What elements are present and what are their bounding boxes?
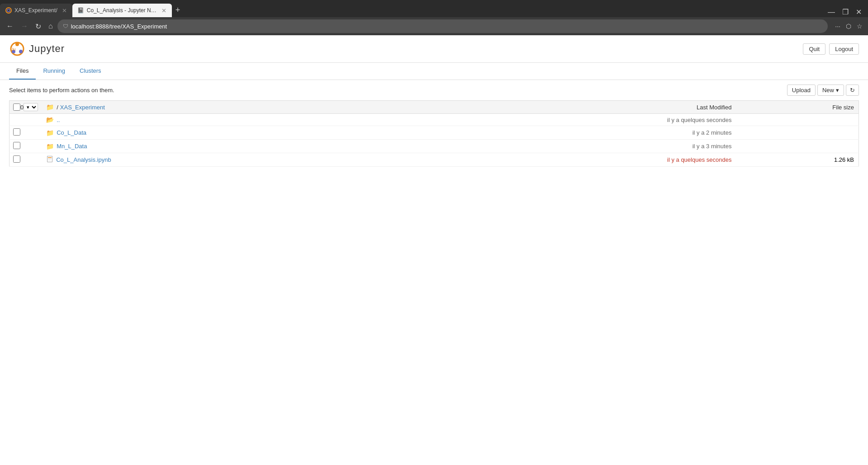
- navigation-bar: ← → ↻ ⌂ 🛡 ··· ⬡ ☆: [0, 17, 868, 35]
- co-analysis-link[interactable]: Co_L_Analysis.ipynb: [56, 156, 111, 163]
- parent-size-cell: [736, 114, 859, 126]
- file-table: 0 ▾ 📁 / XAS_Experiment Last: [9, 100, 859, 167]
- select-all-header: 0 ▾: [9, 101, 42, 114]
- table-row: 📁 Co_L_Data il y a 2 minutes: [9, 126, 859, 140]
- parent-name-cell: 📂 ..: [42, 114, 531, 126]
- tab-files[interactable]: Files: [9, 63, 36, 80]
- forward-button[interactable]: →: [18, 20, 31, 32]
- tab-clusters[interactable]: Clusters: [72, 63, 109, 80]
- mn-l-data-link[interactable]: Mn_L_Data: [57, 143, 87, 150]
- select-all-checkbox[interactable]: [13, 103, 20, 111]
- tab2-close[interactable]: ✕: [161, 7, 166, 14]
- tab2-favicon: 📓: [78, 7, 84, 14]
- jupyter-logo-svg: Ju: [9, 41, 25, 57]
- table-row: 📁 Mn_L_Data il y a 3 minutes: [9, 140, 859, 153]
- security-icon: 🛡: [63, 23, 68, 29]
- svg-point-1: [7, 9, 10, 12]
- window-controls: — ❐ ✕: [825, 7, 868, 17]
- reload-button[interactable]: ↻: [33, 20, 44, 33]
- new-tab-button[interactable]: +: [172, 5, 184, 15]
- parent-checkbox-cell: [9, 114, 42, 126]
- select-dropdown[interactable]: ▾: [24, 103, 38, 111]
- tab-bar: XAS_Experiment/ ✕ 📓 Co_L_Analysis - Jupy…: [0, 0, 868, 17]
- mn-l-data-size-cell: [736, 140, 859, 153]
- jupyter-logo-text: Jupyter: [29, 43, 65, 55]
- co-analysis-modified-cell: il y a quelques secondes: [532, 153, 736, 167]
- co-l-data-size-cell: [736, 126, 859, 140]
- more-options-icon[interactable]: ···: [833, 21, 842, 32]
- co-l-data-link[interactable]: Co_L_Data: [57, 129, 86, 136]
- new-button-label: New: [822, 87, 834, 94]
- svg-rect-9: [48, 157, 52, 158]
- mn-l-data-modified-cell: il y a 3 minutes: [532, 140, 736, 153]
- maximize-button[interactable]: ❐: [840, 7, 851, 17]
- file-table-header: 0 ▾ 📁 / XAS_Experiment Last: [9, 101, 859, 114]
- notebook-icon: [46, 155, 53, 164]
- co-l-data-folder-icon: 📁: [46, 129, 54, 136]
- mn-l-data-name-cell: 📁 Mn_L_Data: [42, 140, 531, 153]
- select-count: 0: [20, 104, 24, 111]
- new-dropdown-arrow: ▾: [836, 87, 839, 94]
- main-tabs-bar: Files Running Clusters: [0, 63, 868, 80]
- jupyter-logo: Ju Jupyter: [9, 41, 65, 57]
- mn-l-data-checkbox-cell: [9, 140, 42, 153]
- quit-button[interactable]: Quit: [803, 43, 825, 55]
- new-button[interactable]: New ▾: [817, 85, 844, 96]
- notebook-file-icon: [46, 155, 53, 163]
- svg-text:Ju: Ju: [11, 47, 16, 52]
- co-l-data-checkbox[interactable]: [13, 128, 20, 136]
- svg-point-0: [6, 8, 11, 13]
- address-bar-container: 🛡: [57, 19, 828, 33]
- parent-name-link[interactable]: ..: [57, 117, 60, 123]
- jupyter-header: Ju Jupyter Quit Logout: [0, 35, 868, 63]
- tab1-favicon: [5, 7, 12, 14]
- tab-running[interactable]: Running: [36, 63, 72, 80]
- nav-extras: ··· ⬡ ☆: [833, 21, 864, 32]
- minimize-button[interactable]: —: [825, 7, 838, 17]
- svg-rect-10: [48, 159, 52, 159]
- co-analysis-checkbox[interactable]: [13, 155, 20, 163]
- tab1-close[interactable]: ✕: [62, 7, 67, 14]
- logout-button[interactable]: Logout: [829, 43, 859, 55]
- upload-button[interactable]: Upload: [787, 85, 816, 96]
- file-table-body: 📂 .. il y a quelques secondes 📁: [9, 114, 859, 167]
- select-group: 0 ▾: [13, 103, 38, 111]
- home-button[interactable]: ⌂: [46, 20, 56, 32]
- tab1-title: XAS_Experiment/: [14, 7, 57, 14]
- co-analysis-checkbox-cell: [9, 153, 42, 167]
- page-content: Ju Jupyter Quit Logout Files Running Clu…: [0, 35, 868, 465]
- svg-point-3: [15, 42, 19, 46]
- bookmark-icon[interactable]: ☆: [855, 21, 864, 32]
- co-analysis-size-cell: 1.26 kB: [736, 153, 859, 167]
- refresh-button[interactable]: ↻: [846, 85, 859, 96]
- tab-xas-experiment[interactable]: XAS_Experiment/ ✕: [0, 4, 72, 17]
- breadcrumb-folder-link[interactable]: XAS_Experiment: [60, 104, 105, 111]
- close-window-button[interactable]: ✕: [853, 7, 864, 17]
- header-buttons: Quit Logout: [803, 43, 859, 55]
- name-column-header[interactable]: 📁 / XAS_Experiment: [42, 101, 531, 114]
- file-browser: Select items to perform actions on them.…: [0, 80, 868, 167]
- back-button[interactable]: ←: [4, 20, 16, 32]
- co-l-data-name-cell: 📁 Co_L_Data: [42, 126, 531, 140]
- table-row: Co_L_Analysis.ipynb il y a quelques seco…: [9, 153, 859, 167]
- co-analysis-name-cell: Co_L_Analysis.ipynb: [42, 153, 531, 167]
- parent-modified-cell: il y a quelques secondes: [532, 114, 736, 126]
- svg-point-5: [19, 50, 23, 53]
- toolbar-right: Upload New ▾ ↻: [787, 85, 859, 96]
- size-column-header[interactable]: File size: [736, 101, 859, 114]
- address-bar-input[interactable]: [71, 23, 823, 30]
- modified-column-header[interactable]: Last Modified: [532, 101, 736, 114]
- co-l-data-checkbox-cell: [9, 126, 42, 140]
- tab2-title: Co_L_Analysis - Jupyter Notebo: [87, 7, 157, 14]
- breadcrumb-separator1: /: [57, 104, 58, 111]
- browser-chrome: XAS_Experiment/ ✕ 📓 Co_L_Analysis - Jupy…: [0, 0, 868, 35]
- mn-l-data-folder-icon: 📁: [46, 143, 54, 150]
- co-l-data-modified-cell: il y a 2 minutes: [532, 126, 736, 140]
- pocket-icon[interactable]: ⬡: [844, 21, 853, 32]
- parent-folder-icon: 📂: [46, 116, 54, 123]
- svg-rect-11: [48, 160, 51, 160]
- table-row: 📂 .. il y a quelques secondes: [9, 114, 859, 126]
- mn-l-data-checkbox[interactable]: [13, 142, 20, 149]
- select-items-text: Select items to perform actions on them.: [9, 87, 114, 94]
- tab-co-l-analysis[interactable]: 📓 Co_L_Analysis - Jupyter Notebo ✕: [72, 4, 172, 17]
